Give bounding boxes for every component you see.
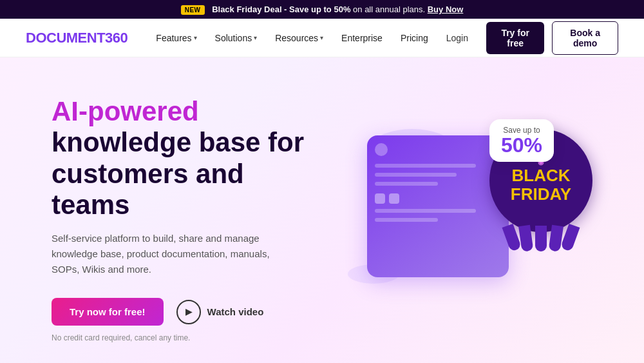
- new-badge: NEW: [181, 5, 205, 15]
- buy-now-link[interactable]: Buy Now: [428, 5, 464, 14]
- chevron-down-icon: ▾: [320, 34, 323, 41]
- watch-video-button[interactable]: ▶ Watch video: [176, 300, 264, 324]
- mockup-line-4: [375, 209, 476, 213]
- mockup-icon-1: [375, 193, 385, 204]
- logo[interactable]: DOCUMENT360: [26, 30, 128, 46]
- tentacle-3: [535, 226, 547, 251]
- mockup-line-5: [375, 218, 438, 222]
- hero-left: AI-powered knowledge base for customers …: [52, 96, 328, 342]
- banner-text: Black Friday Deal - Save up to 50% on al…: [212, 5, 428, 14]
- hero-section: AI-powered knowledge base for customers …: [0, 57, 644, 363]
- tentacle-2: [518, 225, 533, 252]
- book-demo-button[interactable]: Book a demo: [552, 21, 618, 55]
- play-icon: ▶: [176, 300, 201, 324]
- mockup-topbar: [375, 143, 388, 156]
- app-mockup: [367, 135, 509, 277]
- nav-solutions[interactable]: Solutions ▾: [207, 29, 265, 47]
- navbar: DOCUMENT360 Features ▾ Solutions ▾ Resou…: [0, 19, 644, 57]
- hero-title-highlight: AI-powered: [52, 96, 199, 126]
- logo-text: DOCUMENT360: [26, 30, 128, 46]
- octopus-tentacles: [502, 226, 580, 251]
- chevron-down-icon: ▾: [254, 34, 257, 41]
- try-now-button[interactable]: Try now for free!: [52, 298, 164, 326]
- hero-illustration: Save up to 50% ◉ BLACK FRIDAY: [328, 116, 605, 322]
- chevron-down-icon: ▾: [194, 34, 197, 41]
- save-percent: 50%: [501, 135, 542, 155]
- hero-cta: Try now for free! ▶ Watch video: [52, 298, 328, 326]
- mockup-icon-row: [375, 193, 501, 204]
- nav-links: Features ▾ Solutions ▾ Resources ▾ Enter…: [148, 29, 435, 47]
- tentacle-4: [549, 225, 564, 252]
- mockup-line-3: [375, 182, 438, 186]
- bf-top-text: BLACK: [512, 166, 571, 185]
- hero-subtitle: Self-service platform to build, share an…: [52, 231, 296, 277]
- nav-enterprise[interactable]: Enterprise: [334, 29, 390, 47]
- mockup-line-1: [375, 164, 476, 168]
- login-button[interactable]: Login: [436, 28, 478, 48]
- hero-title: AI-powered knowledge base for customers …: [52, 96, 328, 221]
- try-free-button[interactable]: Try for free: [486, 22, 544, 54]
- nav-right: Login Try for free Book a demo: [436, 21, 618, 55]
- nav-features[interactable]: Features ▾: [148, 29, 204, 47]
- bf-bottom-text: FRIDAY: [511, 185, 571, 204]
- no-cc-text: No credit card required, cancel any time…: [52, 333, 328, 342]
- hero-title-rest: knowledge base for customers and teams: [52, 127, 304, 220]
- mockup-line-2: [375, 173, 457, 177]
- mockup-icon-2: [389, 193, 399, 204]
- save-bubble: Save up to 50%: [489, 119, 554, 162]
- nav-resources[interactable]: Resources ▾: [267, 29, 331, 47]
- nav-pricing[interactable]: Pricing: [393, 29, 436, 47]
- top-banner: NEW Black Friday Deal - Save up to 50% o…: [0, 0, 644, 19]
